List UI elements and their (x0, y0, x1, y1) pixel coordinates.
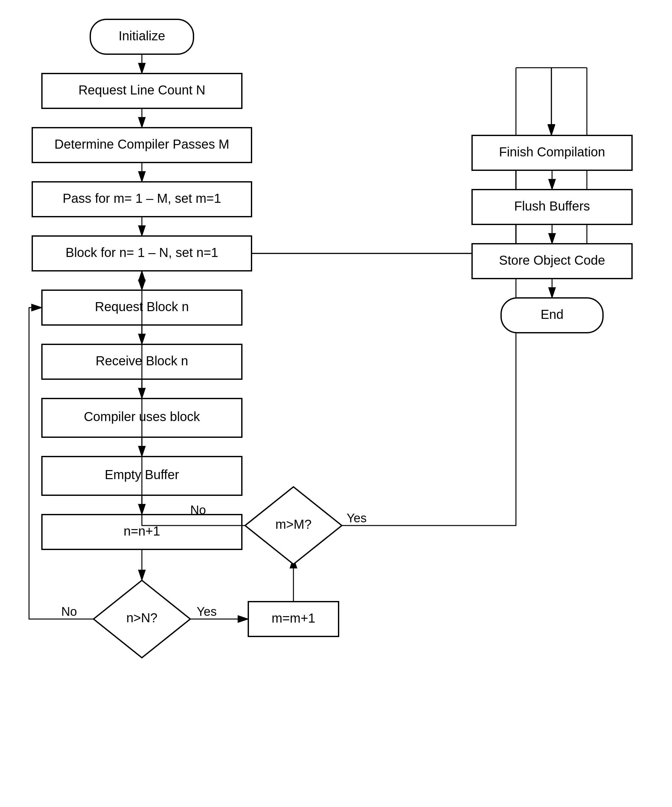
flush-buffers-label: Flush Buffers (514, 199, 590, 213)
determine-passes-label: Determine Compiler Passes M (55, 137, 229, 151)
request-line-count-label: Request Line Count N (78, 83, 205, 97)
n-increment-label: n=n+1 (123, 524, 160, 538)
yes1-label: Yes (197, 605, 217, 618)
yes2-label: Yes (347, 511, 367, 525)
n-gt-N-label: n>N? (126, 611, 158, 625)
finish-compilation-label: Finish Compilation (499, 145, 605, 159)
initialize-label: Initialize (119, 29, 165, 43)
store-object-code-label: Store Object Code (499, 253, 605, 267)
no1-label: No (61, 605, 77, 618)
end-label: End (541, 307, 563, 321)
no2-label: No (190, 503, 206, 517)
m-gt-M-label: m>M? (275, 517, 311, 531)
m-increment-label: m=m+1 (271, 611, 315, 625)
pass-for-m-label: Pass for m= 1 – M, set m=1 (63, 191, 221, 205)
main-diagram: Initialize Request Line Count N Determin… (0, 0, 672, 807)
block-for-n-label: Block for n= 1 – N, set n=1 (65, 245, 218, 259)
